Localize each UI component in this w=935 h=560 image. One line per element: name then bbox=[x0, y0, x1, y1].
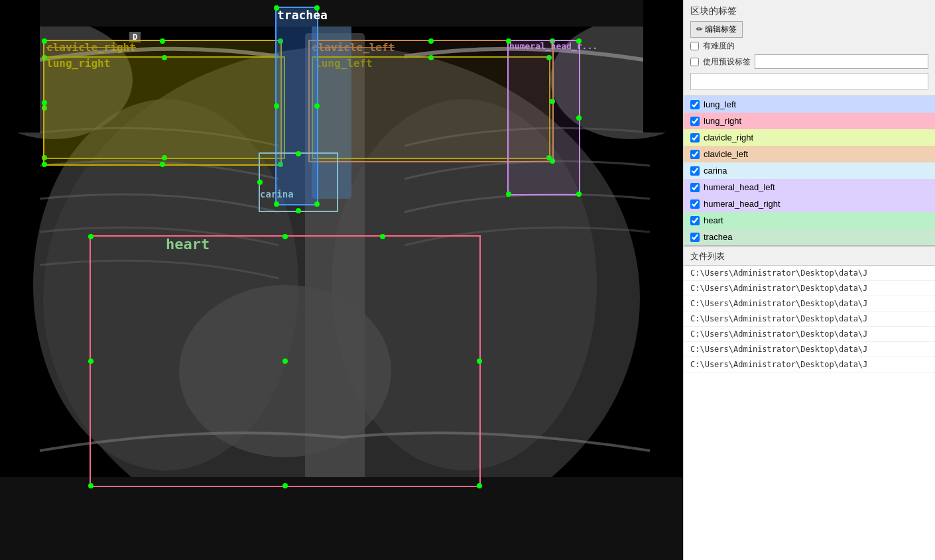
label-item-clavicle_left[interactable]: clavicle_left bbox=[684, 146, 935, 162]
svg-rect-8 bbox=[312, 7, 351, 199]
label-item-humeral_head_left[interactable]: humeral_head_left bbox=[684, 179, 935, 196]
labels-list: lung_leftlung_rightclavicle_rightclavicl… bbox=[684, 96, 935, 245]
label-item-clavicle_right[interactable]: clavicle_right bbox=[684, 129, 935, 146]
label-checkbox-clavicle_right[interactable] bbox=[690, 133, 700, 142]
label-text-humeral_head_left: humeral_head_left bbox=[704, 182, 928, 192]
use-preset-checkbox[interactable] bbox=[690, 58, 699, 66]
label-text-input[interactable] bbox=[690, 73, 928, 90]
file-item-3[interactable]: C:\Users\Administrator\Desktop\data\J bbox=[684, 311, 935, 327]
canvas-area[interactable]: D lung_right lung_left clavicle_right cl… bbox=[0, 0, 683, 560]
label-checkbox-lung_right[interactable] bbox=[690, 117, 700, 126]
svg-point-5 bbox=[179, 285, 391, 457]
label-text-humeral_head_right: humeral_head_right bbox=[704, 199, 928, 209]
d-badge: D bbox=[129, 32, 141, 42]
label-text-clavicle_right: clavicle_right bbox=[704, 133, 928, 142]
label-text-lung_left: lung_left bbox=[704, 99, 928, 109]
svg-rect-9 bbox=[0, 0, 683, 27]
label-text-clavicle_left: clavicle_left bbox=[704, 149, 928, 159]
use-preset-label: 使用预设标签 bbox=[703, 56, 751, 68]
label-item-carina[interactable]: carina bbox=[684, 162, 935, 179]
preset-input[interactable] bbox=[755, 54, 928, 69]
file-item-0[interactable]: C:\Users\Administrator\Desktop\data\J bbox=[684, 266, 935, 281]
xray-image bbox=[0, 0, 683, 560]
file-item-4[interactable]: C:\Users\Administrator\Desktop\data\J bbox=[684, 327, 935, 342]
edit-label-button[interactable]: ✏ 编辑标签 bbox=[690, 21, 743, 38]
svg-rect-11 bbox=[643, 0, 683, 133]
label-item-trachea[interactable]: trachea bbox=[684, 229, 935, 245]
label-text-heart: heart bbox=[704, 215, 928, 225]
label-checkbox-carina[interactable] bbox=[690, 166, 700, 176]
label-item-humeral_head_right[interactable]: humeral_head_right bbox=[684, 196, 935, 212]
label-checkbox-humeral_head_right[interactable] bbox=[690, 199, 700, 209]
label-item-lung_left[interactable]: lung_left bbox=[684, 96, 935, 113]
file-item-6[interactable]: C:\Users\Administrator\Desktop\data\J bbox=[684, 357, 935, 372]
label-checkbox-humeral_head_left[interactable] bbox=[690, 183, 700, 192]
sidebar: 区块的标签 ✏ 编辑标签 有难度的 使用预设标签 lung_leftlung_r… bbox=[683, 0, 935, 560]
label-item-lung_right[interactable]: lung_right bbox=[684, 113, 935, 129]
file-item-1[interactable]: C:\Users\Administrator\Desktop\data\J bbox=[684, 281, 935, 296]
block-label-title: 区块的标签 bbox=[690, 5, 928, 17]
svg-rect-12 bbox=[0, 477, 683, 560]
block-label-section: 区块的标签 ✏ 编辑标签 有难度的 使用预设标签 bbox=[684, 0, 935, 96]
label-checkbox-heart[interactable] bbox=[690, 216, 700, 225]
has-difficulty-checkbox[interactable] bbox=[690, 42, 699, 50]
label-text-lung_right: lung_right bbox=[704, 116, 928, 126]
file-list-title: 文件列表 bbox=[684, 247, 935, 266]
file-item-2[interactable]: C:\Users\Administrator\Desktop\data\J bbox=[684, 296, 935, 311]
file-item-5[interactable]: C:\Users\Administrator\Desktop\data\J bbox=[684, 342, 935, 357]
label-checkbox-trachea[interactable] bbox=[690, 233, 700, 242]
label-checkbox-lung_left[interactable] bbox=[690, 100, 700, 109]
label-checkbox-clavicle_left[interactable] bbox=[690, 150, 700, 159]
has-difficulty-label: 有难度的 bbox=[703, 40, 735, 52]
svg-rect-10 bbox=[0, 0, 40, 133]
file-list[interactable]: C:\Users\Administrator\Desktop\data\JC:\… bbox=[684, 266, 935, 560]
file-list-section: 文件列表 C:\Users\Administrator\Desktop\data… bbox=[684, 245, 935, 560]
label-text-carina: carina bbox=[704, 166, 928, 176]
label-item-heart[interactable]: heart bbox=[684, 212, 935, 229]
label-text-trachea: trachea bbox=[704, 232, 928, 242]
